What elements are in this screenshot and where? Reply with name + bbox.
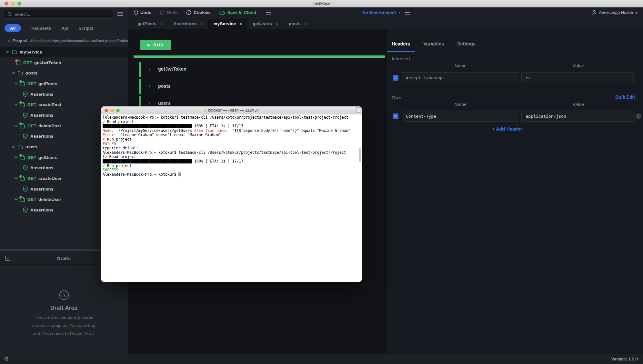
inherited-header-row: ✓ bbox=[393, 72, 635, 83]
tree-node-posts[interactable]: posts bbox=[0, 68, 128, 78]
request-method-label: GET bbox=[27, 123, 38, 128]
assertions-shield-icon bbox=[23, 165, 28, 171]
terminal-title: ⌂kotokur — -bash — 112×37 bbox=[101, 108, 362, 113]
caret-down-icon[interactable] bbox=[11, 146, 16, 148]
tree-node-getjwttoken[interactable]: GETgetJwtToken bbox=[0, 57, 128, 68]
redo-button[interactable]: Redo bbox=[160, 10, 178, 15]
save-in-cloud-button[interactable]: Save In Cloud bbox=[219, 10, 256, 15]
terminal-line: ✖ Run project bbox=[103, 137, 361, 142]
tree-node-getposts[interactable]: GETgetPosts bbox=[0, 78, 128, 89]
terminal-window[interactable]: ⌂kotokur — -bash — 112×37 [Alexanders-Ma… bbox=[101, 106, 362, 282]
caret-down-icon[interactable] bbox=[13, 198, 18, 201]
caret-down-icon[interactable] bbox=[13, 125, 18, 127]
item-status-bar bbox=[139, 79, 141, 94]
caret-down-icon[interactable] bbox=[5, 51, 10, 53]
caret-down-icon[interactable] bbox=[13, 83, 18, 85]
value-column-header: Value bbox=[522, 63, 635, 68]
header-name-input[interactable] bbox=[402, 72, 519, 83]
folder-icon bbox=[18, 71, 23, 75]
tab-Assertions[interactable]: Assertions× bbox=[168, 18, 208, 29]
filter-api[interactable]: Api bbox=[61, 26, 68, 31]
tree-node-assertions[interactable]: Assertions bbox=[0, 89, 128, 100]
settings-tab-settings[interactable]: Settings bbox=[457, 41, 476, 46]
window-title: TestMace bbox=[0, 1, 643, 6]
header-value-input[interactable] bbox=[521, 111, 635, 122]
add-header-link[interactable]: + Add Header bbox=[386, 126, 628, 132]
header-value-input[interactable] bbox=[521, 72, 635, 83]
run-button[interactable]: ▶ RUN bbox=[140, 40, 171, 50]
undo-button[interactable]: Undo bbox=[133, 10, 152, 15]
sidebar-menu-icon[interactable] bbox=[117, 14, 123, 14]
tree-node-myservice[interactable]: myService bbox=[0, 47, 128, 57]
terminal-line: ████████████████████████████████████████… bbox=[103, 124, 361, 129]
tab-strip: getPosts×Assertions×myService×getUsers×p… bbox=[128, 18, 643, 29]
environment-menu-icon[interactable] bbox=[405, 12, 410, 13]
terminal-line: ✔ Run project bbox=[103, 164, 361, 168]
caret-down-icon bbox=[14, 125, 18, 127]
tab-myService[interactable]: myService× bbox=[208, 18, 247, 29]
run-list-item-posts[interactable]: posts bbox=[128, 79, 385, 94]
filter-all[interactable]: All bbox=[5, 24, 21, 32]
user-menu[interactable]: Александр Исаев bbox=[592, 7, 638, 18]
caret-down-icon[interactable] bbox=[11, 72, 16, 74]
environment-selector[interactable]: No Environment ▾ bbox=[362, 7, 411, 18]
filter-requests[interactable]: Requests bbox=[31, 26, 51, 31]
request-status-dot bbox=[19, 80, 22, 83]
tab-close-icon[interactable]: × bbox=[200, 21, 203, 26]
toolbar: Undo Redo Cookies Save In Cloud No Envir… bbox=[128, 7, 643, 18]
clock-icon bbox=[59, 290, 69, 300]
filter-scripts[interactable]: Scripts bbox=[79, 26, 94, 31]
tab-close-icon[interactable]: × bbox=[160, 21, 163, 26]
search-input[interactable]: Search... bbox=[4, 10, 113, 19]
tab-getUsers[interactable]: getUsers× bbox=[247, 18, 284, 29]
tab-posts[interactable]: posts× bbox=[284, 18, 312, 29]
caret-down-icon[interactable] bbox=[13, 156, 18, 159]
request-status-dot bbox=[19, 122, 22, 125]
project-root-row[interactable]: Project /Users/kotokur/projects/testmace… bbox=[0, 36, 128, 45]
header-name-input[interactable] bbox=[402, 111, 519, 122]
terminal-scrollbar[interactable] bbox=[359, 148, 361, 162]
tab-label: getUsers bbox=[253, 21, 272, 26]
terminal-titlebar[interactable]: ⌂kotokur — -bash — 112×37 bbox=[101, 106, 362, 115]
drag-handle[interactable] bbox=[149, 67, 151, 72]
tab-getPosts[interactable]: getPosts× bbox=[132, 18, 168, 29]
gear-icon[interactable]: ⚙ bbox=[4, 356, 9, 362]
terminal-cursor bbox=[178, 172, 181, 176]
run-list-item-getJwtToken[interactable]: getJwtToken bbox=[128, 62, 385, 77]
header-enabled-checkbox[interactable]: ✓ bbox=[393, 113, 398, 119]
folder-icon bbox=[12, 50, 17, 54]
delete-header-button[interactable]: × bbox=[636, 113, 641, 119]
header-enabled-checkbox[interactable]: ✓ bbox=[393, 75, 398, 81]
terminal-line: reporter default bbox=[103, 146, 361, 151]
own-section-title: Own bbox=[392, 95, 401, 100]
status-bar: ⚙ Version: 1.0.0 bbox=[0, 354, 643, 364]
draft-area-description: This area for temporary nodes across all… bbox=[0, 313, 128, 338]
terminal-output[interactable]: [Alexanders-MacBook-Pro:~ kotokur$ testm… bbox=[101, 114, 362, 282]
user-name: Александр Исаев bbox=[599, 10, 633, 15]
cookies-button[interactable]: Cookies bbox=[186, 10, 211, 15]
drag-handle[interactable] bbox=[149, 102, 151, 106]
terminal-line: ✔ Read project bbox=[103, 120, 361, 124]
save-in-cloud-label: Save In Cloud bbox=[227, 10, 256, 15]
assertions-shield-icon bbox=[23, 165, 28, 171]
assertions-shield-icon bbox=[23, 113, 28, 118]
search-icon bbox=[7, 12, 12, 16]
caret-down-icon bbox=[14, 103, 18, 106]
run-label: RUN bbox=[153, 43, 164, 47]
drag-handle[interactable] bbox=[149, 84, 151, 89]
settings-tab-variables[interactable]: Variables bbox=[423, 41, 444, 46]
caret-down-icon[interactable] bbox=[13, 103, 18, 106]
request-method-label: GET bbox=[27, 81, 38, 86]
tab-close-icon[interactable]: × bbox=[276, 21, 278, 26]
cookies-label: Cookies bbox=[194, 10, 211, 15]
request-file-icon bbox=[16, 60, 21, 65]
caret-down-icon[interactable] bbox=[13, 177, 18, 180]
toolbar-menu-icon[interactable] bbox=[266, 12, 271, 13]
tree-horizontal-scrollbar[interactable] bbox=[0, 249, 101, 251]
tab-close-icon[interactable]: × bbox=[304, 21, 307, 26]
tab-close-icon[interactable]: × bbox=[239, 21, 242, 26]
bulk-edit-link[interactable]: Bulk Edit bbox=[615, 94, 635, 100]
request-file-icon bbox=[20, 176, 25, 181]
settings-tab-headers[interactable]: Headers bbox=[392, 41, 410, 46]
request-method-label: GET bbox=[27, 102, 38, 107]
